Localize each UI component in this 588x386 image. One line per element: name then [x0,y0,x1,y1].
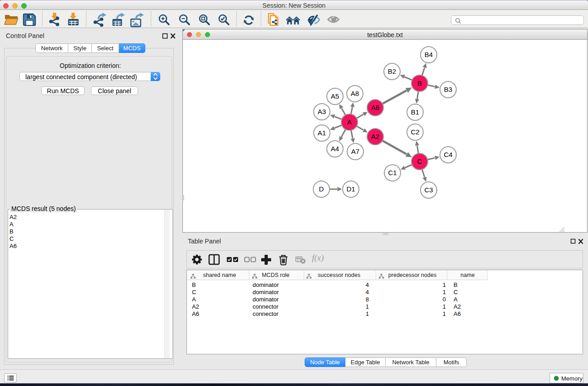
svg-text:C1: C1 [388,169,397,176]
svg-text:A1: A1 [318,129,326,137]
svg-text:A7: A7 [351,148,359,155]
svg-text:D: D [319,185,324,193]
svg-text:B4: B4 [425,51,433,58]
svg-text:A4: A4 [331,145,339,152]
svg-text:B3: B3 [444,86,452,93]
svg-text:C3: C3 [424,186,433,194]
svg-text:A6: A6 [371,104,379,111]
svg-text:B2: B2 [388,67,396,75]
svg-text:A2: A2 [371,133,379,140]
svg-text:C4: C4 [444,151,452,158]
svg-text:B: B [417,79,422,87]
svg-text:C: C [417,157,422,165]
svg-text:D1: D1 [346,185,355,193]
svg-text:B1: B1 [411,108,419,116]
svg-text:A8: A8 [351,90,359,97]
svg-text:A5: A5 [331,92,339,100]
svg-text:A3: A3 [318,108,326,115]
svg-text:A: A [347,118,352,126]
svg-text:C2: C2 [411,128,419,136]
